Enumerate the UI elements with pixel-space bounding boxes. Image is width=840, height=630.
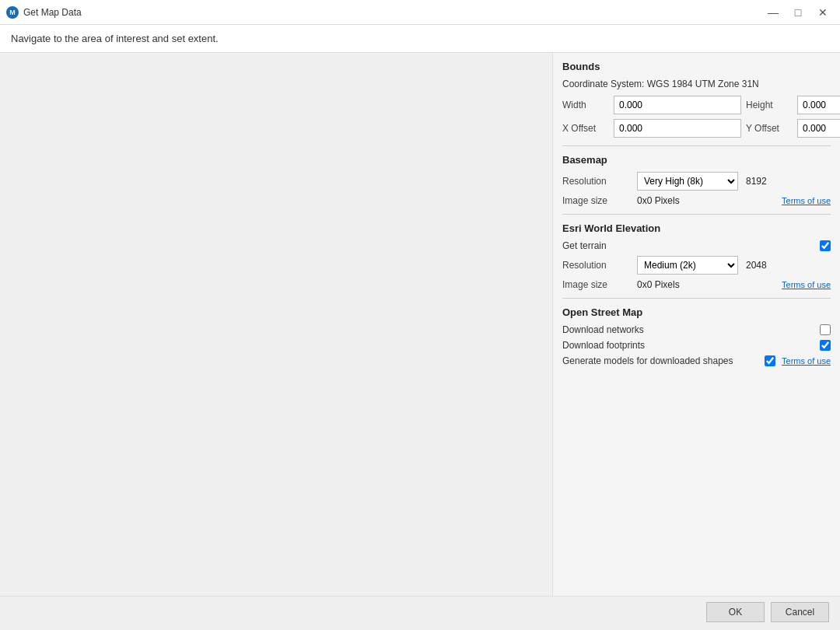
cancel-button[interactable]: Cancel bbox=[771, 602, 829, 622]
title-bar-left: M Get Map Data bbox=[6, 6, 82, 19]
elev-imagesize-value: 0x0 Pixels bbox=[637, 279, 777, 290]
download-networks-label: Download networks bbox=[562, 324, 814, 335]
height-field: Height bbox=[746, 96, 840, 114]
download-footprints-row: Download footprints bbox=[562, 340, 831, 351]
elev-resolution-select[interactable]: Medium (2k) High (4k) Very High (8k) bbox=[637, 256, 738, 275]
right-panel: Bounds Coordinate System: WGS 1984 UTM Z… bbox=[552, 53, 840, 596]
elev-imagesize-row: Image size 0x0 Pixels Terms of use bbox=[562, 279, 831, 290]
maximize-button[interactable]: □ bbox=[787, 2, 809, 23]
xoffset-input[interactable] bbox=[614, 119, 741, 138]
generate-models-row: Generate models for downloaded shapes Te… bbox=[562, 355, 831, 366]
osm-section-title: Open Street Map bbox=[562, 306, 831, 318]
xoffset-field: X Offset bbox=[562, 119, 741, 138]
minimize-button[interactable]: — bbox=[762, 2, 784, 23]
map-wrapper: 🔍 Imagery ▼ bbox=[0, 53, 552, 596]
basemap-resolution-select[interactable]: Very High (8k) High (4k) Medium (2k) Low… bbox=[637, 172, 738, 191]
download-networks-checkbox[interactable] bbox=[820, 324, 831, 335]
divider-2 bbox=[562, 214, 831, 215]
elev-resolution-row: Resolution Medium (2k) High (4k) Very Hi… bbox=[562, 256, 831, 275]
close-button[interactable]: ✕ bbox=[812, 2, 834, 23]
get-terrain-row: Get terrain bbox=[562, 240, 831, 251]
width-field: Width bbox=[562, 96, 741, 114]
download-footprints-label: Download footprints bbox=[562, 340, 814, 351]
coordinate-system: Coordinate System: WGS 1984 UTM Zone 31N bbox=[562, 79, 831, 89]
esri-elevation-section-title: Esri World Elevation bbox=[562, 222, 831, 234]
elev-resolution-label: Resolution bbox=[562, 260, 632, 271]
yoffset-input[interactable] bbox=[797, 119, 840, 138]
xoffset-label: X Offset bbox=[562, 123, 609, 134]
download-networks-row: Download networks bbox=[562, 324, 831, 335]
subtitle-bar: Navigate to the area of interest and set… bbox=[0, 25, 840, 53]
osm-terms-link[interactable]: Terms of use bbox=[782, 356, 831, 366]
yoffset-label: Y Offset bbox=[746, 123, 793, 134]
bottom-bar: OK Cancel bbox=[0, 596, 840, 627]
width-label: Width bbox=[562, 100, 609, 110]
bounds-grid: Width Height X Offset bbox=[562, 96, 831, 138]
basemap-resolution-row: Resolution Very High (8k) High (4k) Medi… bbox=[562, 172, 831, 191]
window-controls: — □ ✕ bbox=[762, 2, 834, 23]
basemap-imagesize-label: Image size bbox=[562, 195, 632, 206]
generate-models-label: Generate models for downloaded shapes bbox=[562, 355, 758, 366]
basemap-terms-link[interactable]: Terms of use bbox=[782, 196, 831, 205]
basemap-imagesize-value: 0x0 Pixels bbox=[637, 195, 777, 206]
subtitle-text: Navigate to the area of interest and set… bbox=[11, 33, 219, 44]
height-input[interactable] bbox=[797, 96, 840, 114]
basemap-resolution-value: 8192 bbox=[746, 176, 767, 187]
main-layout: 🔍 Imagery ▼ bbox=[0, 53, 840, 596]
generate-models-checkbox[interactable] bbox=[765, 355, 775, 366]
app-icon: M bbox=[6, 6, 19, 19]
download-footprints-checkbox[interactable] bbox=[820, 340, 831, 351]
divider-3 bbox=[562, 298, 831, 299]
elev-resolution-value: 2048 bbox=[746, 260, 767, 271]
basemap-resolution-label: Resolution bbox=[562, 176, 632, 187]
get-terrain-label: Get terrain bbox=[562, 240, 814, 251]
get-terrain-checkbox[interactable] bbox=[820, 240, 831, 251]
basemap-section-title: Basemap bbox=[562, 154, 831, 166]
bounds-section-title: Bounds bbox=[562, 61, 831, 72]
width-input[interactable] bbox=[614, 96, 741, 114]
elev-imagesize-label: Image size bbox=[562, 279, 632, 290]
basemap-imagesize-row: Image size 0x0 Pixels Terms of use bbox=[562, 195, 831, 206]
divider-1 bbox=[562, 145, 831, 146]
ok-button[interactable]: OK bbox=[706, 602, 765, 622]
title-bar: M Get Map Data — □ ✕ bbox=[0, 0, 840, 25]
window-title: Get Map Data bbox=[23, 7, 82, 18]
elev-terms-link[interactable]: Terms of use bbox=[782, 280, 831, 289]
height-label: Height bbox=[746, 100, 793, 110]
yoffset-field: Y Offset bbox=[746, 119, 840, 138]
